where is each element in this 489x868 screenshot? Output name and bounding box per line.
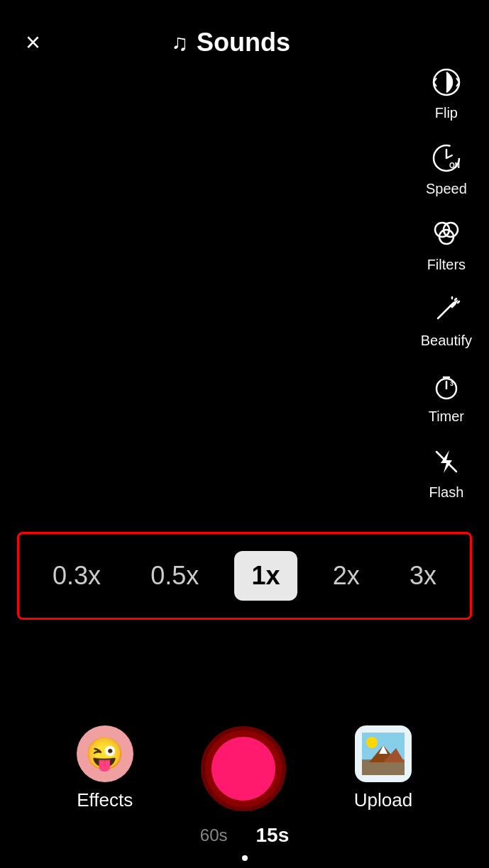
svg-point-18 <box>366 737 378 748</box>
duration-60s[interactable]: 60s <box>200 825 228 845</box>
filters-icon <box>427 214 466 254</box>
filters-label: Filters <box>427 257 466 273</box>
speed-3x[interactable]: 3x <box>395 555 451 596</box>
right-toolbar: Flip ON Speed Filters <box>421 57 472 506</box>
record-button[interactable] <box>201 726 286 811</box>
dot-indicator <box>242 855 248 861</box>
sidebar-item-beautify[interactable]: Beautify <box>421 284 472 355</box>
speed-2x[interactable]: 2x <box>319 555 374 596</box>
flip-icon <box>427 62 466 102</box>
effects-button[interactable]: 😜 Effects <box>77 725 133 811</box>
close-button[interactable]: × <box>26 30 40 55</box>
sidebar-item-timer[interactable]: 3 Timer <box>427 360 466 430</box>
sidebar-item-flip[interactable]: Flip <box>427 57 466 127</box>
speed-0.5x[interactable]: 0.5x <box>136 555 213 596</box>
flash-icon <box>427 442 466 482</box>
speed-1x[interactable]: 1x <box>234 551 297 601</box>
flip-label: Flip <box>435 105 458 121</box>
sidebar-item-speed[interactable]: ON Speed <box>426 133 467 203</box>
record-inner <box>211 737 275 801</box>
speed-selector: 0.3x 0.5x 1x 2x 3x <box>17 532 472 620</box>
beautify-icon <box>427 290 466 330</box>
duration-bar: 60s 15s <box>0 824 489 847</box>
upload-label: Upload <box>354 789 412 811</box>
speed-0.3x[interactable]: 0.3x <box>38 555 115 596</box>
flash-label: Flash <box>429 484 463 501</box>
effects-icon: 😜 <box>77 725 133 782</box>
svg-text:ON: ON <box>449 162 460 169</box>
bottom-bar: 😜 Effects <box>0 725 489 811</box>
page-title: Sounds <box>197 28 290 57</box>
effects-label: Effects <box>77 789 133 811</box>
speed-icon: ON <box>427 138 466 178</box>
music-icon: ♫ <box>171 30 188 56</box>
header-title: ♫ Sounds <box>171 28 290 57</box>
timer-label: Timer <box>429 408 464 425</box>
svg-text:3: 3 <box>450 380 454 387</box>
header: × ♫ Sounds <box>0 0 489 85</box>
duration-15s[interactable]: 15s <box>256 824 289 847</box>
sidebar-item-flash[interactable]: Flash <box>427 436 466 506</box>
sidebar-item-filters[interactable]: Filters <box>427 208 466 279</box>
upload-icon <box>355 725 412 782</box>
beautify-label: Beautify <box>421 333 472 349</box>
upload-button[interactable]: Upload <box>354 725 412 811</box>
speed-label: Speed <box>426 181 467 197</box>
timer-icon: 3 <box>427 366 466 406</box>
